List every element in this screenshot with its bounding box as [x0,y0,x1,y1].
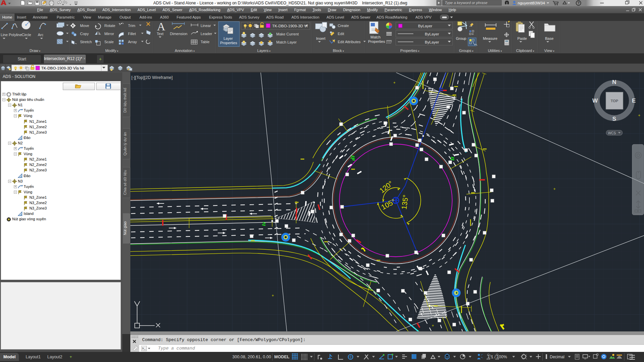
svg-text:ByLayer: ByLayer [425,40,439,44]
svg-text:Fillet: Fillet [128,32,136,36]
svg-text:A: A [157,21,165,33]
svg-text:Polyline: Polyline [9,33,22,37]
svg-text:N: N [612,79,616,85]
svg-text:ByLayer: ByLayer [425,32,439,36]
svg-text:Line: Line [1,33,8,37]
svg-text:Layer: Layer [224,36,233,40]
svg-text:Make Current: Make Current [276,32,299,36]
svg-text:Copy: Copy [80,32,89,36]
svg-text:Move: Move [80,24,89,28]
svg-text:Leader: Leader [201,32,212,36]
svg-text:Array: Array [128,40,137,44]
svg-text:Edit: Edit [338,32,344,36]
svg-text:Properties: Properties [368,39,385,44]
svg-text:Match: Match [370,35,381,39]
svg-text:E: E [632,98,636,104]
svg-text:Paste: Paste [517,36,527,40]
svg-text:Base: Base [545,36,553,40]
svg-text:Mirror: Mirror [104,32,114,36]
svg-text:TK-DBO-1909-3D Vỉa hè: TK-DBO-1909-3D Vỉa hè [41,66,84,70]
svg-text:Linear: Linear [201,24,211,28]
svg-text:Circle: Circle [22,33,31,37]
svg-text:Decimal: Decimal [550,355,564,359]
svg-text:Type a keyword or phrase: Type a keyword or phrase [445,1,487,5]
svg-text:Trim: Trim [128,24,135,28]
svg-text:Edit Attributes: Edit Attributes [338,40,361,44]
svg-text:105°: 105° [380,197,396,211]
svg-text:TOP: TOP [611,99,618,103]
svg-text:W: W [592,98,598,104]
svg-text:Arc: Arc [38,33,44,37]
svg-text:>_: >_ [142,347,146,351]
svg-text:TK-DBO-1909-3D Vỉ: TK-DBO-1909-3D Vỉ [272,24,308,28]
svg-text:Rotate: Rotate [104,24,115,28]
svg-text:1:1 / 100%: 1:1 / 100% [488,355,507,359]
svg-text:Text: Text [157,32,163,36]
svg-text:nguyentt83W34: nguyentt83W34 [518,1,545,5]
svg-text:Create: Create [338,24,349,28]
svg-text:Scale: Scale [104,40,114,44]
svg-text:Group: Group [456,36,466,40]
svg-text:135°: 135° [400,194,409,210]
svg-text:Match Layer: Match Layer [276,40,297,44]
svg-text:Table: Table [201,40,209,44]
svg-text:[-][Top][2D Wireframe]: [-][Top][2D Wireframe] [131,75,173,80]
svg-text:Insert: Insert [316,36,326,40]
svg-text:Properties: Properties [220,41,237,45]
svg-text:Dimension: Dimension [170,32,187,36]
svg-text:Stretch: Stretch [80,40,92,44]
svg-text:?: ? [577,1,579,5]
svg-text:WCS: WCS [608,131,616,135]
svg-text:ByLayer: ByLayer [418,24,432,28]
svg-text:S: S [612,116,616,122]
svg-text:Measure: Measure [483,36,497,40]
